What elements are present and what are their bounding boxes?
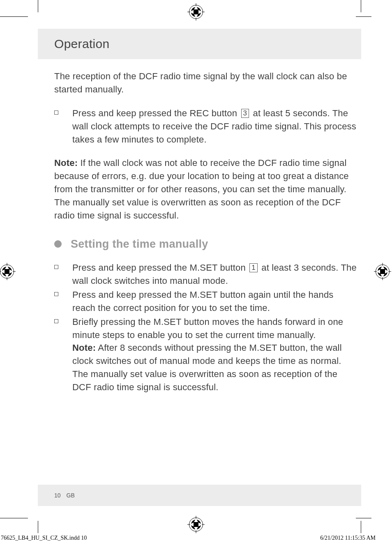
- note-paragraph: Note: If the wall clock was not able to …: [54, 156, 358, 222]
- crop-mark: [361, 521, 361, 533]
- print-slug: 76625_LB4_HU_SI_CZ_SK.indd 10 6/21/2012 …: [0, 535, 376, 541]
- page-footer: 10 GB: [38, 485, 361, 506]
- list-text: Briefly pressing the M.SET button moves …: [72, 315, 358, 394]
- crop-mark: [356, 518, 371, 518]
- crop-mark: [0, 518, 28, 518]
- crop-mark: [361, 0, 361, 12]
- note-label: Note:: [72, 343, 96, 353]
- bullet-icon: [54, 288, 72, 315]
- language-code: GB: [67, 492, 75, 499]
- bullet-icon: [54, 107, 72, 146]
- text-run: Press and keep pressed the M.SET button: [72, 262, 248, 273]
- crop-mark: [0, 16, 28, 17]
- text-run: Press and keep pressed the REC button: [72, 108, 240, 118]
- note-label: Note:: [54, 158, 78, 168]
- body-content: The reception of the DCF radio time sign…: [54, 70, 358, 395]
- bullet-icon: [54, 261, 72, 288]
- subheading-row: Setting the time manually: [54, 236, 358, 252]
- crop-mark: [356, 16, 371, 17]
- slug-file: 76625_LB4_HU_SI_CZ_SK.indd 10: [1, 535, 87, 541]
- section-header: Operation: [38, 29, 361, 59]
- list-item: Press and keep pressed the REC button 3 …: [54, 107, 358, 146]
- note-text: If the wall clock was not able to receiv…: [54, 158, 349, 221]
- list-item: Briefly pressing the M.SET button moves …: [54, 315, 358, 394]
- manual-page: Operation The reception of the DCF radio…: [0, 0, 392, 543]
- list-item: Press and keep pressed the M.SET button …: [54, 261, 358, 288]
- heading-bullet-icon: [54, 240, 62, 248]
- list-text: Press and keep pressed the M.SET button …: [72, 288, 358, 315]
- list-text: Press and keep pressed the REC button 3 …: [72, 107, 358, 146]
- page-number: 10: [54, 492, 61, 499]
- list-item: Press and keep pressed the M.SET button …: [54, 288, 358, 315]
- part-ref: 3: [241, 109, 249, 118]
- registration-mark-icon: [189, 518, 203, 531]
- crop-mark: [38, 521, 38, 533]
- text-run: Briefly pressing the M.SET button moves …: [72, 317, 343, 340]
- crop-mark: [38, 0, 38, 12]
- part-ref: 1: [249, 263, 258, 272]
- registration-mark-icon: [376, 265, 390, 278]
- section-title: Operation: [54, 37, 109, 51]
- registration-mark-icon: [0, 265, 14, 278]
- registration-mark-icon: [189, 5, 203, 19]
- bullet-icon: [54, 315, 72, 394]
- intro-paragraph: The reception of the DCF radio time sign…: [54, 70, 358, 96]
- list-text: Press and keep pressed the M.SET button …: [72, 261, 358, 288]
- slug-timestamp: 6/21/2012 11:15:35 AM: [320, 535, 376, 541]
- note-text: After 8 seconds without pressing the M.S…: [72, 343, 342, 392]
- subheading: Setting the time manually: [71, 236, 208, 252]
